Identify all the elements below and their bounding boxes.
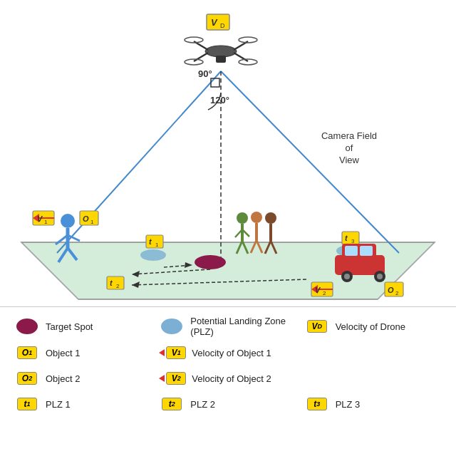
svg-text:2: 2 [395,290,399,296]
svg-point-76 [344,274,350,279]
v2-arrow-badge: V2 [159,372,186,385]
v1-arrow-badge: V1 [159,346,186,359]
svg-text:1: 1 [155,242,159,248]
plz-label: Potential Landing Zone (PLZ) [190,316,296,337]
vd-label: Velocity of Drone [336,321,405,332]
svg-text:D: D [220,22,225,29]
svg-text:Camera Field: Camera Field [321,130,377,141]
svg-point-43 [61,214,75,228]
t2-label: PLZ 2 [190,399,215,410]
legend-o2: O2 Object 2 [14,368,152,388]
svg-point-15 [205,46,237,57]
svg-text:V: V [211,17,218,28]
svg-rect-12 [207,14,229,30]
svg-rect-74 [360,246,373,256]
svg-text:O: O [388,286,394,294]
o2-label: Object 2 [46,373,80,384]
svg-rect-24 [216,56,226,63]
o1-badge-symbol: O1 [14,343,40,363]
svg-text:1: 1 [90,219,94,225]
svg-rect-6 [211,78,219,87]
vd-badge: VD [307,320,327,333]
svg-text:2: 2 [323,290,326,296]
o1-label: Object 1 [46,348,80,358]
legend-grid: Target Spot Potential Landing Zone (PLZ)… [14,316,442,414]
svg-text:90°: 90° [198,68,212,79]
v1-label: Velocity of Object 1 [192,348,271,358]
o1-badge: O1 [17,346,37,359]
svg-point-78 [377,274,383,279]
legend-vd: VD Velocity of Drone [304,316,442,337]
t2-badge-symbol: t2 [159,394,185,414]
v2-label: Velocity of Object 2 [192,373,271,384]
target-spot-symbol [14,316,40,336]
svg-point-63 [251,212,262,223]
legend-t3: t3 PLZ 3 [304,394,442,414]
svg-point-67 [265,212,276,224]
svg-text:View: View [339,155,360,165]
svg-text:3: 3 [351,238,355,244]
svg-line-4 [221,71,399,253]
legend-plz: Potential Landing Zone (PLZ) [159,316,296,337]
legend-t1: t1 PLZ 1 [14,394,152,414]
t3-badge-symbol: t3 [304,394,330,414]
o2-badge: O2 [17,372,37,385]
t2-badge: t2 [162,398,182,410]
o2-badge-symbol: O2 [14,368,40,388]
legend-target-spot: Target Spot [14,316,152,337]
svg-point-25 [195,255,226,269]
target-spot-label: Target Spot [46,321,93,332]
plz-symbol [159,316,185,336]
target-spot-shape [16,319,38,334]
v1-arrow-icon [159,349,165,356]
svg-text:120°: 120° [210,95,229,105]
svg-point-23 [239,59,257,65]
svg-rect-73 [345,246,358,256]
svg-text:O: O [83,214,89,223]
t3-badge: t3 [307,398,327,410]
v2-badge: V2 [166,372,186,385]
t3-label: PLZ 3 [336,399,361,410]
legend-v1: V1 Velocity of Object 1 [159,343,296,363]
v1-badge: V1 [166,346,186,359]
t1-badge-symbol: t1 [14,394,40,414]
svg-text:2: 2 [116,283,120,289]
legend-v2: V2 Velocity of Object 2 [159,368,296,388]
svg-point-22 [185,59,203,65]
legend-o1: O1 Object 1 [14,343,152,363]
v2-badge-symbol: V2 [159,368,186,388]
legend-t2: t2 PLZ 2 [159,394,296,414]
vd-badge-symbol: VD [304,316,330,336]
v1-badge-symbol: V1 [159,343,186,363]
v2-arrow-icon [159,375,165,382]
diagram-area: 90° 120° Camera Field of View V D [0,0,456,306]
legend-area: Target Spot Potential Landing Zone (PLZ)… [0,306,456,476]
t1-label: PLZ 1 [46,399,71,410]
svg-text:of: of [346,143,353,153]
t1-badge: t1 [17,398,37,410]
svg-point-26 [140,249,166,261]
svg-point-57 [237,212,248,224]
svg-line-3 [57,71,221,253]
svg-text:1: 1 [44,219,48,225]
plz-shape [161,319,182,334]
